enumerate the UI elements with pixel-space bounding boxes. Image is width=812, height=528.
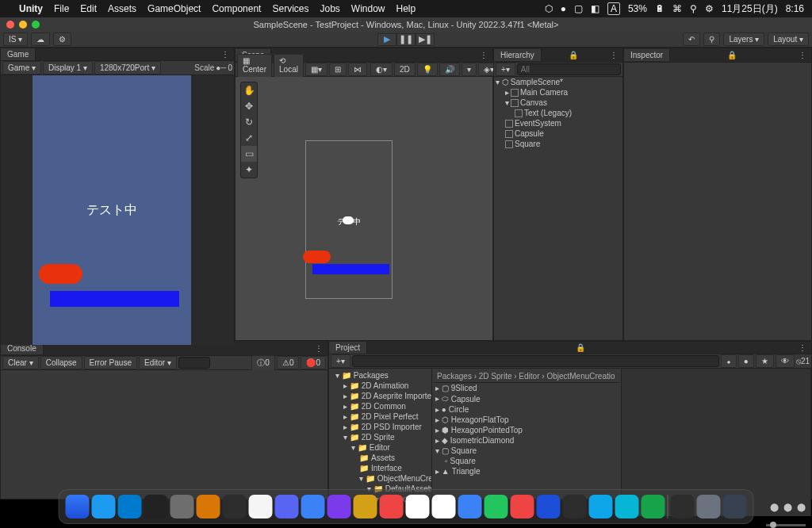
scene-panel-menu[interactable]: ⋮ [475,51,492,59]
input-lang-icon[interactable]: A [607,2,620,15]
dock-app-icon[interactable] [327,495,351,518]
project-search-input[interactable] [352,355,719,367]
snap-increment-button[interactable]: ⊞ [329,63,347,76]
step-button[interactable]: ▶❚ [416,33,435,46]
transform-tool[interactable]: ✦ [241,162,257,178]
hierarchy-create-button[interactable]: +▾ [496,63,515,76]
project-tab[interactable]: Project [329,342,367,354]
undo-history-button[interactable]: ↶ [683,33,700,46]
service-icon-2[interactable]: ⬤ [783,503,792,511]
scale-slider[interactable]: ●─ [216,63,226,72]
project-hidden-button[interactable]: 👁 [776,354,795,368]
dock-app-icon[interactable] [301,495,325,518]
console-info-count[interactable]: ⓘ0 [251,355,275,371]
console-editor-dropdown[interactable]: Editor ▾ [139,356,177,369]
console-error-pause-button[interactable]: Error Pause [84,356,137,369]
scene-canvas-outline[interactable]: テ 中 [305,140,393,299]
dock-app-icon[interactable] [511,495,534,518]
lighting-toggle[interactable]: 💡 [417,63,438,76]
dock-app-icon[interactable] [697,495,721,518]
minimize-button[interactable] [19,21,27,29]
console-search-input[interactable] [178,357,210,369]
menu-unity[interactable]: Unity [19,3,43,14]
project-breadcrumb[interactable]: Packages › 2D Sprite › Editor › ObjectMe… [434,370,619,383]
dock-app-icon[interactable] [432,495,456,518]
asset-9sliced[interactable]: ▸ ▢ 9Sliced [434,383,619,393]
layout-dropdown[interactable]: Layout ▾ [768,33,809,46]
fx-dropdown[interactable]: ▾ [462,63,477,76]
service-icon-3[interactable]: ⬤ [797,503,806,511]
menu-edit[interactable]: Edit [80,3,97,14]
project-favorite-button[interactable]: ★ [756,354,774,368]
inspector-lock-icon[interactable]: 🔒 [724,51,740,59]
line-icon[interactable]: ● [561,3,566,14]
dock-app-icon[interactable] [223,495,247,518]
date-label[interactable]: 11月25日(月) [722,2,778,16]
asset-capsule[interactable]: ▸ ⬭ Capsule [434,393,619,404]
dock-app-icon[interactable] [380,495,404,518]
proj-row-2d-sprite[interactable]: ▾ 📁 2D Sprite [331,432,430,442]
menu-window[interactable]: Window [351,3,385,14]
hierarchy-search-input[interactable] [517,63,621,75]
scene-capsule-shape[interactable] [303,251,331,263]
proj-row-editor[interactable]: ▾ 📁 Editor [331,442,430,453]
console-warn-count[interactable]: ⚠0 [277,356,300,369]
grid-snap-button[interactable]: ▦▾ [305,63,327,76]
inspector-panel-menu[interactable]: ⋮ [794,51,811,59]
asset-circle[interactable]: ▸ ● Circle [434,404,619,415]
hierarchy-item-main-camera[interactable]: ▸ Main Camera [494,87,622,98]
close-button[interactable] [6,21,14,29]
asset-square[interactable]: ▫ Square [434,456,619,466]
proj-row-2d-aseprite[interactable]: ▸ 📁 2D Aseprite Importer [331,391,430,401]
dock-app-icon[interactable] [406,495,430,518]
proj-row-2d-common[interactable]: ▸ 📁 2D Common [331,401,430,411]
hierarchy-item-capsule[interactable]: Capsule [494,128,622,139]
shading-dropdown[interactable]: ◐▾ [370,63,393,76]
asset-triangle[interactable]: ▸ ▲ Triangle [434,466,619,476]
console-clear-button[interactable]: Clear ▾ [2,356,39,369]
cloud-button[interactable]: ☁ [31,33,50,46]
proj-row-2d-pixel-perfect[interactable]: ▸ 📁 2D Pixel Perfect [331,411,430,422]
project-filter-type-button[interactable]: ⬥ [721,354,737,368]
menu-help[interactable]: Help [396,3,416,14]
game-mode-dropdown[interactable]: Game ▾ [2,61,41,75]
hand-tool[interactable]: ✋ [241,82,257,98]
proj-row-objectmenu[interactable]: ▾ 📁 ObjectMenuCreatio [331,473,430,484]
dock-app-icon[interactable] [144,495,168,518]
menu-gameobject[interactable]: GameObject [147,3,201,14]
settings-button[interactable]: ⚙ [53,33,71,46]
hierarchy-item-text[interactable]: Text (Legacy) [494,108,622,118]
project-create-button[interactable]: +▾ [331,354,350,368]
menu-assets[interactable]: Assets [108,3,136,14]
dock-app-icon[interactable] [537,495,561,518]
2d-toggle[interactable]: 2D [394,63,416,76]
scene-square-shape[interactable] [312,264,389,274]
account-dropdown[interactable]: IS ▾ [3,33,28,46]
hierarchy-item-canvas[interactable]: ▾ Canvas [494,98,622,108]
asset-hexagon-pointed[interactable]: ▸ ⬢ HexagonPointedTop [434,425,619,435]
dock-app-icon[interactable] [458,495,482,518]
dock-app-icon[interactable] [66,495,90,518]
game-panel-menu[interactable]: ⋮ [216,50,234,59]
dock-app-icon[interactable] [170,495,194,518]
project-filter-label-button[interactable]: ● [738,354,754,368]
wifi-icon[interactable]: ⌘ [672,3,682,14]
console-panel-menu[interactable]: ⋮ [310,344,327,353]
hierarchy-tab[interactable]: Hierarchy [494,49,542,61]
dock-app-icon[interactable] [354,495,377,518]
dock-app-icon[interactable] [671,495,695,518]
dock-app-icon[interactable] [589,495,613,518]
proj-row-2d-animation[interactable]: ▸ 📁 2D Animation [331,381,430,391]
game-tab[interactable]: Game [1,48,36,60]
project-lock-icon[interactable]: 🔒 [573,343,588,352]
dock-app-icon[interactable] [197,495,220,518]
project-panel-menu[interactable]: ⋮ [794,343,811,352]
hierarchy-lock-icon[interactable]: 🔒 [565,51,581,59]
proj-row-interface[interactable]: 📁 Interface [331,463,430,473]
maximize-button[interactable] [32,21,40,29]
hierarchy-panel-menu[interactable]: ⋮ [605,51,622,59]
dock-app-icon[interactable] [642,495,665,518]
menu-services[interactable]: Services [272,3,308,14]
dock-app-icon[interactable] [118,495,142,518]
dock-trash-icon[interactable] [723,495,747,518]
